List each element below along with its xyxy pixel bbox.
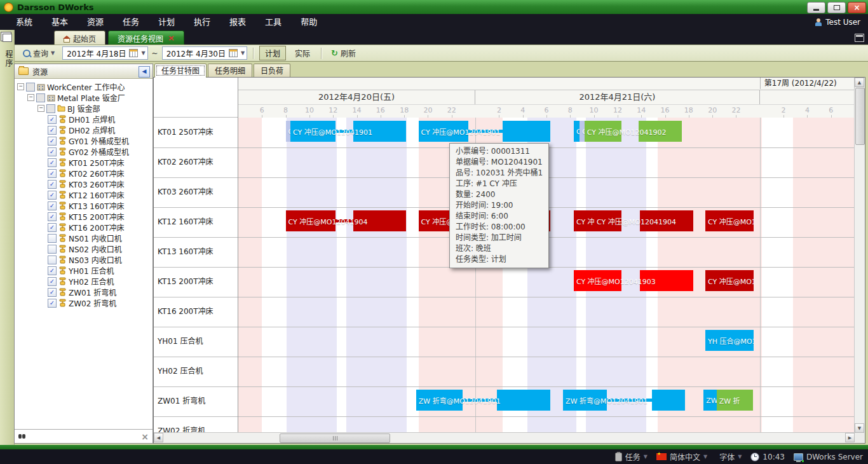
gantt-tab[interactable]: 任务甘特图 <box>154 64 207 78</box>
tree-checkbox[interactable] <box>48 234 57 243</box>
tree-item[interactable]: NS01 内收口机 <box>15 233 153 243</box>
tree-item[interactable]: ✓KT16 200T冲床 <box>15 222 153 233</box>
doc-tab[interactable]: 资源任务视图× <box>108 31 184 45</box>
tree-checkbox[interactable] <box>48 256 57 264</box>
expander-icon[interactable]: − <box>37 105 44 112</box>
tree-item[interactable]: ✓YH01 压合机 <box>15 265 153 276</box>
tree-checkbox[interactable]: ✓ <box>48 158 57 167</box>
gantt-task-bar[interactable]: CY 冲压@MO12041902 <box>585 121 682 142</box>
tree-checkbox[interactable]: ✓ <box>48 191 57 200</box>
tree-item[interactable]: ✓KT12 160T冲床 <box>15 189 153 200</box>
tree-checkbox[interactable]: ✓ <box>48 180 57 189</box>
vertical-scrollbar[interactable]: ▲ ▼ <box>854 78 865 433</box>
statusbar-item[interactable]: 任务▼ <box>615 451 648 462</box>
tree-item[interactable]: ✓YH02 压合机 <box>15 276 153 287</box>
tree-item[interactable]: ✓KT02 260T冲床 <box>15 168 153 179</box>
gantt-task-bar[interactable]: YH 压合@MO1 <box>705 330 754 351</box>
scroll-up-icon[interactable]: ▲ <box>855 78 864 87</box>
horizontal-scrollbar[interactable]: ◀ ▶ <box>154 432 855 443</box>
chevron-down-icon[interactable]: ▼ <box>644 454 648 460</box>
gantt-task-bar[interactable]: CY 冲压@MO1 <box>705 210 754 231</box>
tree-checkbox[interactable]: ✓ <box>48 147 57 156</box>
tree-checkbox[interactable]: ✓ <box>48 288 57 297</box>
chevron-down-icon[interactable]: ▼ <box>703 454 707 460</box>
menu-item[interactable]: 系统 <box>6 14 42 30</box>
gantt-task-bar[interactable]: ZW <box>703 390 717 411</box>
tree-item[interactable]: ✓DH02 点焊机 <box>15 125 153 135</box>
gantt-task-bar[interactable]: CY 冲 CY 冲压@MO12041904 <box>574 210 693 231</box>
find-icon[interactable] <box>18 434 26 439</box>
date-from-input[interactable]: 2012年 4月18日 ▼ <box>62 46 147 60</box>
menu-item[interactable]: 帮助 <box>291 14 327 30</box>
tree-item[interactable]: ✓KT03 260T冲床 <box>15 179 153 189</box>
tree-checkbox[interactable] <box>36 93 45 102</box>
statusbar-item[interactable]: 简体中文▼ <box>656 451 707 462</box>
tree-item[interactable]: −Metal Plate 钣金厂 <box>15 92 153 103</box>
date-to-input[interactable]: 2012年 4月30日 ▼ <box>162 46 247 60</box>
expander-icon[interactable]: − <box>27 94 34 101</box>
tree-checkbox[interactable]: ✓ <box>48 115 57 124</box>
gantt-task-bar[interactable]: CY 冲压@MO12041901 <box>419 121 550 142</box>
tree-item[interactable]: ✓ZW02 折弯机 <box>15 297 153 308</box>
tree-checkbox[interactable]: ✓ <box>48 169 57 178</box>
window-list-icon[interactable] <box>855 34 864 42</box>
statusbar-item[interactable]: 字体▼ <box>716 451 742 462</box>
tree-item[interactable]: −WorkCenter 工作中心 <box>15 81 153 92</box>
menu-item[interactable]: 计划 <box>149 14 184 30</box>
tree-item[interactable]: NS02 内收口机 <box>15 243 153 254</box>
tree-item[interactable]: ✓KT01 250T冲床 <box>15 157 153 168</box>
gantt-task-bar[interactable]: CY 冲压@MO12041904 <box>286 210 406 231</box>
gantt-task-bar[interactable]: ZW 折 <box>717 390 754 411</box>
menu-item[interactable]: 资源 <box>78 14 113 30</box>
scroll-down-icon[interactable]: ▼ <box>855 423 864 433</box>
menu-item[interactable]: 基本 <box>42 14 78 30</box>
gantt-task-bar[interactable]: CY 冲压@MO12041903 <box>574 270 693 291</box>
restore-button[interactable] <box>827 2 846 13</box>
tree-item[interactable]: ✓GY02 外桶成型机 <box>15 146 153 157</box>
tree-checkbox[interactable] <box>46 104 55 113</box>
tree-search-bar[interactable]: × <box>15 429 153 443</box>
gantt-tab[interactable]: 日负荷 <box>254 64 290 78</box>
close-icon[interactable]: × <box>141 433 149 440</box>
tree-checkbox[interactable]: ✓ <box>48 223 57 232</box>
tree-checkbox[interactable]: ✓ <box>48 201 57 210</box>
refresh-button[interactable]: ↻ 刷新 <box>327 46 360 60</box>
tree-item[interactable]: ✓KT15 200T冲床 <box>15 211 153 222</box>
tree-checkbox[interactable]: ✓ <box>48 212 57 221</box>
program-side-strip[interactable]: 程序 <box>0 30 15 445</box>
tree-checkbox[interactable] <box>26 83 35 92</box>
chevron-down-icon[interactable]: ▼ <box>241 50 245 56</box>
tree-checkbox[interactable] <box>48 245 57 254</box>
menu-item[interactable]: 执行 <box>184 14 220 30</box>
chevron-down-icon[interactable]: ▼ <box>141 50 145 56</box>
tree-item[interactable]: ✓KT13 160T冲床 <box>15 200 153 211</box>
close-button[interactable]: × <box>848 2 866 13</box>
plan-toggle-button[interactable]: 计划 <box>259 46 286 60</box>
gantt-task-bar[interactable]: ZW 折弯@MO12041901 <box>563 390 685 411</box>
vertical-scroll-thumb[interactable] <box>855 88 865 145</box>
gantt-task-bar[interactable]: C <box>286 121 290 142</box>
tree-checkbox[interactable]: ✓ <box>48 126 57 135</box>
tree-checkbox[interactable]: ✓ <box>48 299 57 308</box>
tree-checkbox[interactable]: ✓ <box>48 137 57 146</box>
actual-toggle-button[interactable]: 实际 <box>290 46 315 60</box>
gantt-task-bar[interactable]: CY 冲压@MO12041901 <box>290 121 406 142</box>
gantt-task-bar[interactable]: ZW 折弯@MO12041901 <box>416 390 550 411</box>
menu-item[interactable]: 报表 <box>220 14 255 30</box>
minimize-button[interactable] <box>807 2 825 13</box>
user-indicator[interactable]: Test User <box>815 14 860 30</box>
gantt-task-bar[interactable]: C <box>580 121 584 142</box>
tree-checkbox[interactable]: ✓ <box>48 266 57 275</box>
gantt-task-bar[interactable]: C <box>574 121 580 142</box>
tree-item[interactable]: −BJ 钣金部 <box>15 103 153 114</box>
scroll-right-icon[interactable]: ▶ <box>845 433 855 442</box>
tree-item[interactable]: ✓DH01 点焊机 <box>15 114 153 125</box>
gantt-task-bar[interactable]: CY 冲压@MO1 <box>705 270 754 291</box>
scroll-left-icon[interactable]: ◀ <box>154 433 163 442</box>
close-tab-icon[interactable]: × <box>168 35 175 41</box>
gantt-tab[interactable]: 任务明细 <box>208 64 252 78</box>
horizontal-scroll-thumb[interactable] <box>280 433 390 443</box>
expander-icon[interactable]: − <box>17 83 24 90</box>
collapse-panel-button[interactable]: ◀ <box>139 66 150 78</box>
tree-item[interactable]: ✓ZW01 折弯机 <box>15 287 153 297</box>
